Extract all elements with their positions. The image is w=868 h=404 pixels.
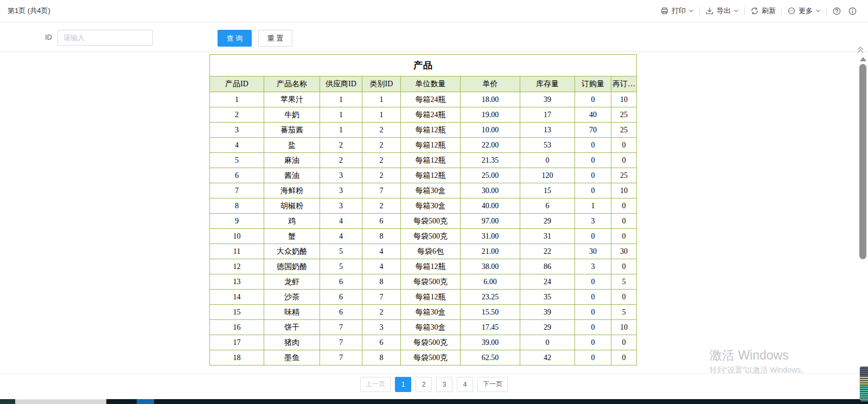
more-circle-icon [787,7,796,15]
id-input[interactable] [58,30,153,46]
table-row: 8胡椒粉32每箱30盒40.00610 [210,198,637,214]
table-cell: 19.00 [461,107,520,123]
print-button[interactable]: 打印 [657,6,697,16]
help-icon [832,7,841,16]
table-cell: 0 [575,153,611,168]
toolbar-divider [699,7,700,15]
table-cell: 17.45 [461,320,520,335]
table-cell: 7 [210,183,264,198]
table-cell: 39.00 [461,335,520,350]
table-cell: 每箱30盒 [401,183,461,198]
table-cell: 1 [320,92,362,107]
query-button[interactable]: 查 询 [218,30,252,47]
table-cell: 每袋500克 [401,274,461,290]
table-cell: 饼干 [264,320,320,335]
next-page-button[interactable]: 下一页 [477,377,508,392]
table-cell: 每箱12瓶 [401,138,461,153]
refresh-button[interactable]: 刷新 [747,6,779,16]
table-cell: 3 [210,123,264,138]
page-button-3[interactable]: 3 [436,377,452,392]
table-cell: 30 [611,244,637,259]
table-cell: 21.35 [461,153,520,168]
table-cell: 3 [575,214,611,229]
table-cell: 3 [575,259,611,274]
vertical-scrollbar-thumb[interactable] [859,64,866,259]
table-cell: 1 [210,92,264,107]
table-cell: 7 [320,350,362,365]
level-meter-widget [860,367,868,401]
table-cell: 24 [520,274,575,290]
info-button[interactable] [845,7,860,16]
horizontal-scrollbar-thumb[interactable] [15,399,106,404]
table-cell: 每袋6包 [401,244,461,259]
table-row: 11大众奶酪54每袋6包21.00223030 [210,244,637,259]
table-cell: 苹果汁 [264,92,320,107]
table-cell: 每箱12瓶 [401,153,461,168]
table-cell: 0 [611,198,637,214]
table-cell: 6 [520,198,575,214]
table-cell: 0 [611,290,637,305]
table-cell: 0 [575,138,611,153]
table-row: 16饼干73每箱30盒17.4529010 [210,320,637,335]
table-cell: 120 [520,168,575,183]
table-cell: 29 [520,320,575,335]
table-row: 15味精62每箱30盒15.503905 [210,305,637,320]
table-cell: 2 [320,153,362,168]
table-cell: 40 [575,107,611,123]
table-cell: 沙茶 [264,290,320,305]
table-cell: 蕃茄酱 [264,123,320,138]
table-cell: 2 [362,305,401,320]
export-button[interactable]: 导出 [702,6,742,16]
table-cell: 0 [575,274,611,290]
table-cell: 6 [320,290,362,305]
page-button-2[interactable]: 2 [416,377,432,392]
table-cell: 18.00 [461,92,520,107]
table-cell: 麻油 [264,153,320,168]
table-cell: 14 [210,290,264,305]
table-cell: 6 [210,168,264,183]
prev-page-button[interactable]: 上一页 [360,377,391,392]
table-row: 10蟹48每袋500克31.003100 [210,229,637,244]
collapse-panel-button[interactable] [856,45,865,56]
chevron-down-icon [688,8,694,14]
download-icon [705,7,714,15]
table-cell: 每箱12瓶 [401,259,461,274]
table-cell: 每箱30盒 [401,320,461,335]
table-cell: 猪肉 [264,335,320,350]
column-header: 库存量 [520,76,575,92]
table-cell: 1 [320,123,362,138]
id-label: ID [45,22,52,52]
table-cell: 3 [320,198,362,214]
reset-button[interactable]: 重 置 [258,30,292,47]
page-button-4[interactable]: 4 [457,377,473,392]
table-row: 9鸡46每袋500克97.002930 [210,214,637,229]
table-cell: 21.00 [461,244,520,259]
table-cell: 13 [210,274,264,290]
table-cell: 38.00 [461,259,520,274]
table-cell: 10 [611,183,637,198]
table-cell: 8 [362,350,401,365]
table-cell: 17 [210,335,264,350]
table-cell: 5 [210,153,264,168]
table-cell: 62.50 [461,350,520,365]
page-info: 第1页 (共4页) [8,6,50,16]
parameter-panel: ID 查 询 重 置 [0,22,868,52]
help-button[interactable] [829,7,845,16]
table-cell: 每袋500克 [401,229,461,244]
table-row: 6酱油32每箱12瓶25.00120025 [210,168,637,183]
table-cell: 1 [362,92,401,107]
table-title: 产品 [210,55,637,76]
table-cell: 25 [611,123,637,138]
table-cell: 29 [520,214,575,229]
table-cell: 6 [320,274,362,290]
meter-band [860,367,868,377]
table-cell: 0 [575,350,611,365]
table-cell: 6 [320,305,362,320]
column-header: 类别ID [362,76,401,92]
more-button[interactable]: 更多 [784,6,824,16]
table-cell: 0 [575,290,611,305]
page-button-1[interactable]: 1 [395,377,411,392]
product-table: 产品 产品ID产品名称供应商ID类别ID单位数量单价库存量订购量再订… 1苹果汁… [209,54,637,365]
scrollbar-up-arrow[interactable] [860,57,866,61]
table-cell: 0 [520,153,575,168]
